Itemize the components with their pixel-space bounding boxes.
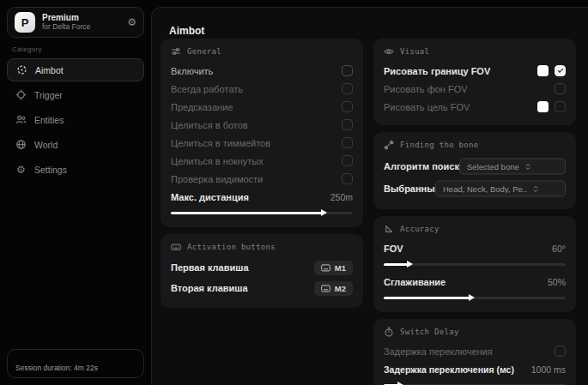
bone-algorithm-select[interactable]: Selected bone (459, 159, 566, 175)
toggle-row: Целиться в тиммейтов (171, 134, 353, 152)
slider-thumb[interactable] (397, 382, 403, 385)
sidebar-item-label: Trigger (34, 90, 63, 100)
slider-thumb[interactable] (469, 294, 475, 301)
panel-title: Activation buttons (187, 243, 276, 251)
select-row: Выбранные кости Head, Neck, Body, Pe.. (384, 177, 566, 200)
fov-slider[interactable] (384, 259, 566, 269)
sidebar-item-trigger[interactable]: Trigger (7, 83, 144, 106)
checkbox[interactable] (555, 101, 566, 112)
sidebar-item-label: Entities (34, 115, 64, 125)
checkbox[interactable] (555, 83, 566, 94)
sidebar-nav: Aimbot Trigger (7, 58, 144, 183)
second-key-button[interactable]: M2 (314, 281, 353, 296)
selected-bones-select[interactable]: Head, Neck, Body, Pe.. (435, 181, 566, 197)
sidebar-item-entities[interactable]: Entities (7, 108, 144, 131)
slider-value: 50% (548, 277, 566, 287)
checkbox[interactable] (342, 119, 353, 130)
select-row: Алгоритм поиска костей Selected bone (384, 155, 566, 177)
color-swatch[interactable] (537, 101, 549, 112)
slider-label-row: FOV 60° (384, 239, 566, 257)
gear-icon: ⚙ (15, 164, 27, 175)
toggle-row: Целиться в ботов (171, 116, 353, 134)
checkbox[interactable] (342, 155, 353, 166)
panel-title: Switch Delay (400, 328, 459, 336)
bone-icon (384, 140, 394, 150)
toggle-row: Целиться в нокнутых (171, 152, 353, 170)
slider-value: 60° (552, 244, 566, 254)
toggle-row: Предсказание (171, 98, 353, 116)
slider-label-row: Задержка переключения (мс) 1000 ms (384, 360, 566, 378)
sidebar-item-label: World (34, 140, 58, 150)
crosshair-icon (15, 89, 27, 100)
left-column: General Включить Всегда работать Предска… (161, 39, 363, 315)
keyboard-icon (321, 264, 330, 272)
accuracy-panel: Accuracy FOV 60° Сглаживание 50% (373, 216, 576, 312)
checkbox[interactable] (342, 65, 353, 76)
finding-bone-panel: Finding the bone Алгоритм поиска костей … (373, 132, 576, 209)
main-content: Aimbot General Включить (151, 7, 588, 385)
activation-buttons-panel: Activation buttons Первая клавиша M1 (161, 234, 363, 308)
color-swatch[interactable] (537, 65, 549, 76)
slider-thumb[interactable] (407, 261, 413, 268)
slider-label-row: Сглаживание 50% (384, 273, 566, 291)
timer-icon (384, 327, 394, 337)
slider-value: 1000 ms (531, 364, 566, 375)
toggle-row: Всегда работать (171, 80, 353, 98)
unfold-icon (524, 162, 532, 171)
toggle-row: Рисовать фон FOV (384, 80, 566, 98)
product-subtitle: for Delta Force (42, 23, 120, 32)
switch-delay-slider[interactable] (384, 380, 566, 385)
checkbox[interactable] (342, 137, 353, 148)
app-window: P Premium for Delta Force ⚙ Category Aim… (0, 0, 588, 385)
unfold-icon (531, 184, 540, 193)
sidebar-item-label: Settings (34, 165, 67, 175)
switch-delay-panel: Switch Delay Задержка переключения Задер… (373, 319, 576, 385)
premium-card: P Premium for Delta Force ⚙ (7, 7, 144, 38)
keybind-value: M2 (335, 284, 346, 293)
category-label: Category (12, 45, 42, 53)
app-logo: P (15, 12, 35, 33)
panel-title: Accuracy (400, 225, 439, 233)
smoothing-slider[interactable] (384, 292, 566, 303)
slider-thumb[interactable] (321, 209, 327, 216)
eye-icon (384, 46, 394, 57)
gear-icon[interactable]: ⚙ (127, 16, 136, 28)
sidebar-item-settings[interactable]: ⚙ Settings (7, 158, 144, 181)
max-distance-slider[interactable] (171, 208, 353, 218)
session-duration-text: Session duration: 4m 22s (15, 364, 98, 372)
right-column: Visual Рисовать границу FOV Рисовать фон… (373, 39, 576, 385)
check-icon (557, 67, 562, 72)
keyboard-icon (171, 242, 181, 252)
panel-title: Finding the bone (400, 141, 479, 149)
first-key-button[interactable]: M1 (314, 261, 353, 275)
general-panel: General Включить Всегда работать Предска… (161, 39, 363, 227)
sidebar: P Premium for Delta Force ⚙ Category Aim… (0, 0, 151, 385)
checkbox[interactable] (342, 83, 353, 94)
sliders-icon (171, 46, 181, 57)
session-duration-card: Session duration: 4m 22s (7, 349, 144, 378)
sidebar-item-label: Aimbot (35, 65, 64, 75)
users-icon (15, 114, 27, 125)
checkbox[interactable] (342, 101, 353, 112)
slider-label-row: Макс. дистанция 250m (171, 188, 353, 206)
page-title: Aimbot (169, 25, 204, 37)
toggle-row: Рисовать цель FOV (384, 98, 566, 116)
keybind-row: Вторая клавиша M2 (171, 278, 353, 298)
globe-icon (15, 139, 27, 150)
sidebar-item-aimbot[interactable]: Aimbot (7, 58, 144, 81)
set-square-icon (384, 224, 394, 234)
checkbox[interactable] (555, 346, 566, 357)
slider-value: 250m (330, 192, 353, 202)
panel-title: Visual (400, 47, 429, 56)
checkbox[interactable] (555, 65, 566, 76)
checkbox[interactable] (342, 173, 353, 184)
panel-title: General (187, 47, 221, 56)
sidebar-item-world[interactable]: World (7, 133, 144, 156)
crosshair-scan-icon (16, 64, 27, 75)
visual-panel: Visual Рисовать границу FOV Рисовать фон… (373, 39, 576, 125)
keybind-value: M1 (335, 263, 346, 273)
toggle-row: Рисовать границу FOV (384, 62, 566, 80)
toggle-row: Задержка переключения (384, 342, 566, 360)
toggle-row: Проверка видимости (171, 170, 353, 188)
toggle-row: Включить (171, 62, 353, 80)
